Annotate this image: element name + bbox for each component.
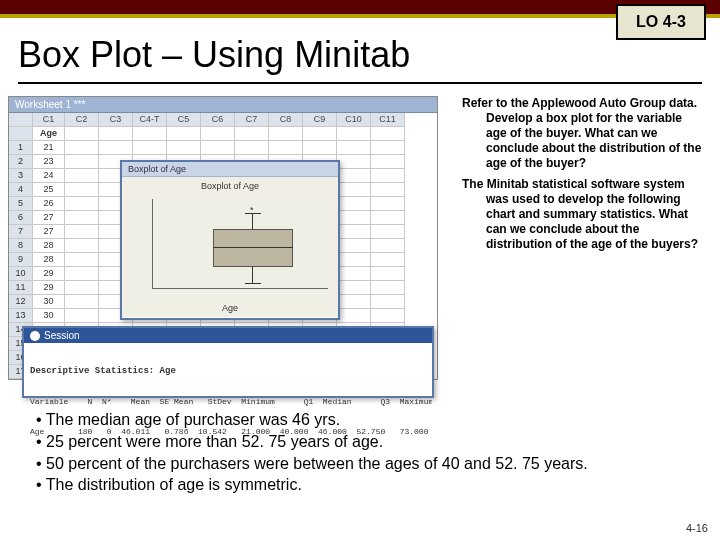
cell: 21 — [33, 141, 65, 155]
var-row-cell — [303, 127, 337, 141]
whisker-cap-top — [245, 213, 261, 214]
boxplot-window: Boxplot of Age Boxplot of Age * Age — [120, 160, 340, 320]
top-rule — [0, 0, 720, 18]
page-number: 4-16 — [686, 522, 708, 534]
col-header: C2 — [65, 113, 99, 127]
cell — [337, 155, 371, 169]
cell: 2 — [9, 155, 33, 169]
cell — [337, 295, 371, 309]
var-row-cell: Age — [33, 127, 65, 141]
cell — [337, 197, 371, 211]
cell: 27 — [33, 211, 65, 225]
cell — [201, 141, 235, 155]
boxplot-axis: * — [152, 199, 328, 289]
cell — [337, 141, 371, 155]
col-header: C3 — [99, 113, 133, 127]
var-row-cell — [9, 127, 33, 141]
session-title: Session — [44, 330, 80, 341]
cell — [65, 281, 99, 295]
bullet-4: • The distribution of age is symmetric. — [36, 475, 680, 496]
slide-title: Box Plot – Using Minitab — [18, 34, 702, 76]
cell — [65, 239, 99, 253]
cell — [371, 281, 405, 295]
col-header: C8 — [269, 113, 303, 127]
var-row-cell — [133, 127, 167, 141]
cell — [371, 211, 405, 225]
cell: 10 — [9, 267, 33, 281]
cell — [167, 141, 201, 155]
conclusions-list: • The median age of purchaser was 46 yrs… — [36, 410, 680, 497]
cell — [337, 267, 371, 281]
cell: 12 — [9, 295, 33, 309]
cell — [99, 141, 133, 155]
box — [213, 229, 293, 267]
cell — [337, 211, 371, 225]
col-header: C5 — [167, 113, 201, 127]
cell — [371, 197, 405, 211]
cell — [371, 141, 405, 155]
title-rule — [18, 82, 702, 84]
session-header-line: Variable N N* Mean SE Mean StDev Minimum… — [30, 397, 426, 407]
bullet-1: • The median age of purchaser was 46 yrs… — [36, 410, 680, 431]
cell — [371, 225, 405, 239]
session-window: Session Descriptive Statistics: Age Vari… — [22, 326, 434, 398]
cell: 25 — [33, 183, 65, 197]
var-row-cell — [99, 127, 133, 141]
cell — [371, 267, 405, 281]
col-header: C6 — [201, 113, 235, 127]
cell — [65, 169, 99, 183]
col-header: C9 — [303, 113, 337, 127]
col-header: C11 — [371, 113, 405, 127]
col-header: C1 — [33, 113, 65, 127]
cell — [65, 225, 99, 239]
cell: 28 — [33, 253, 65, 267]
var-row-cell — [65, 127, 99, 141]
cell: 13 — [9, 309, 33, 323]
cell — [337, 183, 371, 197]
cell — [371, 253, 405, 267]
cell: 3 — [9, 169, 33, 183]
cell — [65, 197, 99, 211]
bullet-2: • 25 percent were more than 52. 75 years… — [36, 432, 680, 453]
paragraph-1: Refer to the Applewood Auto Group data. … — [446, 96, 702, 171]
var-row-cell — [167, 127, 201, 141]
cell — [65, 295, 99, 309]
cell: 28 — [33, 239, 65, 253]
col-header — [9, 113, 33, 127]
whisker-top — [252, 213, 253, 229]
cell — [65, 253, 99, 267]
cell — [337, 239, 371, 253]
cell: 27 — [33, 225, 65, 239]
cell: 7 — [9, 225, 33, 239]
cell — [337, 253, 371, 267]
cell: 30 — [33, 309, 65, 323]
var-row-cell — [337, 127, 371, 141]
session-icon — [30, 331, 40, 341]
worksheet-title: Worksheet 1 *** — [9, 97, 437, 113]
cell: 1 — [9, 141, 33, 155]
cell: 4 — [9, 183, 33, 197]
boxplot-window-title: Boxplot of Age — [122, 162, 338, 177]
cell: 30 — [33, 295, 65, 309]
whisker-bottom — [252, 267, 253, 283]
cell — [371, 309, 405, 323]
bullet-3: • 50 percent of the purchasers were betw… — [36, 454, 680, 475]
cell — [371, 183, 405, 197]
cell — [303, 141, 337, 155]
cell — [337, 309, 371, 323]
cell: 29 — [33, 267, 65, 281]
cell — [65, 183, 99, 197]
cell — [371, 155, 405, 169]
boxplot-caption: Boxplot of Age — [122, 181, 338, 191]
cell: 29 — [33, 281, 65, 295]
cell — [269, 141, 303, 155]
cell — [65, 267, 99, 281]
cell — [371, 239, 405, 253]
cell — [65, 211, 99, 225]
col-header: C10 — [337, 113, 371, 127]
cell — [337, 225, 371, 239]
cell: 11 — [9, 281, 33, 295]
whisker-cap-bottom — [245, 283, 261, 284]
cell — [337, 281, 371, 295]
cell: 8 — [9, 239, 33, 253]
